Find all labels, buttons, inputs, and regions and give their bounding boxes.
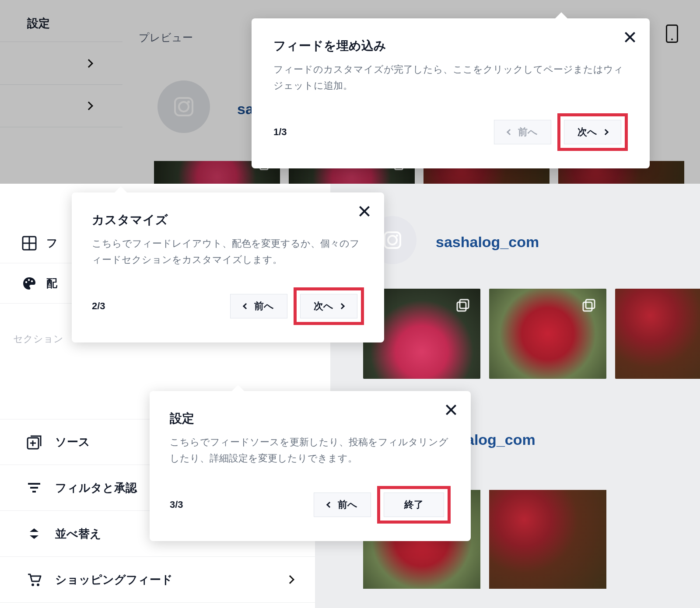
chevron-left-icon [326, 502, 332, 508]
add-source-icon [26, 434, 42, 450]
next-button[interactable]: 次へ [300, 294, 357, 318]
sidebar-item-label: フィルタと承認 [55, 480, 137, 496]
mobile-preview-button[interactable] [666, 24, 678, 43]
onboarding-step-1: 設定 プレビュー sas フィードを埋め込み フィードのカスタマイズが完了したら… [0, 0, 700, 184]
next-label: 次へ [314, 300, 333, 313]
svg-point-20 [32, 584, 34, 586]
onboarding-popover: フィードを埋め込み フィードのカスタマイズが完了したら、ここをクリックしてページ… [252, 18, 650, 168]
svg-point-21 [37, 584, 39, 586]
carousel-icon [456, 298, 471, 313]
instagram-icon [384, 231, 401, 249]
feed-thumbnails [363, 289, 700, 379]
finish-button[interactable]: 終了 [384, 493, 444, 517]
svg-rect-10 [457, 302, 466, 311]
prev-button[interactable]: 前へ [230, 294, 287, 318]
popover-description: こちらでフィードソースを更新したり、投稿をフィルタリングしたり、詳細設定を変更し… [170, 434, 451, 467]
highlight-box: 次へ [294, 287, 364, 325]
onboarding-popover: カスタマイズ こちらでフィードレイアウト、配色を変更するか、個々のフィードセクシ… [72, 192, 384, 342]
onboarding-step-2: フ 配 セクション sashalog_com カスタマイズ こちらでフィードレイ… [0, 184, 700, 394]
popover-description: こちらでフィードレイアウト、配色を変更するか、個々のフィードセクションをカスタマ… [92, 235, 364, 268]
sidebar-item-1[interactable] [0, 42, 122, 84]
account-avatar [158, 80, 210, 133]
svg-rect-12 [583, 302, 592, 311]
close-icon[interactable] [358, 205, 371, 218]
finish-label: 終了 [404, 498, 424, 511]
feed-post[interactable] [615, 289, 700, 379]
svg-point-8 [28, 279, 30, 280]
highlight-box: 次へ [557, 113, 628, 151]
svg-point-7 [25, 281, 27, 283]
prev-label: 前へ [518, 126, 538, 139]
close-icon[interactable] [444, 403, 458, 416]
onboarding-popover: 設定 こちらでフィードソースを更新したり、投稿をフィルタリングしたり、詳細設定を… [150, 391, 471, 541]
highlight-box: 終了 [377, 486, 451, 524]
svg-rect-13 [586, 300, 595, 308]
prev-button[interactable]: 前へ [314, 493, 371, 517]
carousel-icon [582, 298, 597, 313]
chevron-left-icon [507, 129, 513, 135]
next-label: 次へ [578, 126, 597, 139]
chevron-right-icon [84, 101, 93, 110]
settings-sidebar: 設定 [0, 0, 122, 184]
step-indicator: 2/3 [92, 301, 105, 312]
chevron-right-icon [602, 129, 609, 135]
sidebar-item-label: ソース [55, 434, 90, 450]
sidebar-item-label: 配 [46, 276, 57, 290]
chevron-right-icon [286, 575, 294, 584]
prev-button[interactable]: 前へ [494, 120, 551, 144]
feed-post[interactable] [489, 490, 606, 589]
prev-label: 前へ [338, 498, 357, 511]
grid-icon [22, 236, 37, 251]
chevron-right-icon [84, 59, 93, 68]
prev-label: 前へ [254, 300, 274, 313]
sidebar-item-label: ショッピングフィード [55, 572, 173, 587]
sidebar-section-label: セクション [13, 332, 63, 346]
sort-icon [26, 526, 42, 542]
popover-title: カスタマイズ [92, 212, 364, 228]
close-icon[interactable] [623, 31, 637, 44]
chevron-right-icon [339, 303, 345, 309]
account-username[interactable]: alog_com [466, 431, 536, 448]
sidebar-title: 設定 [0, 0, 122, 42]
popover-title: フィードを埋め込み [273, 38, 628, 54]
popover-description: フィードのカスタマイズが完了したら、ここをクリックしてページまたはウィジェットに… [273, 61, 628, 94]
next-button[interactable]: 次へ [564, 120, 621, 144]
chevron-left-icon [243, 303, 249, 309]
step-indicator: 3/3 [170, 499, 183, 510]
sidebar-item-2[interactable] [0, 84, 122, 127]
sidebar-item-label: フ [46, 236, 58, 250]
onboarding-step-3: ソース フィルタと承認 並べ替え [0, 394, 700, 608]
cart-icon [26, 572, 42, 587]
preview-label: プレビュー [139, 31, 193, 45]
step-indicator: 1/3 [273, 126, 287, 138]
sidebar-item-label: 並べ替え [55, 526, 102, 542]
palette-icon [22, 276, 37, 291]
feed-post[interactable] [489, 289, 606, 379]
account-username[interactable]: sashalog_com [436, 234, 539, 251]
filter-icon [26, 480, 42, 496]
sidebar-item-shopping[interactable]: ショッピングフィード [0, 557, 315, 603]
svg-rect-11 [460, 300, 469, 308]
svg-point-9 [31, 280, 33, 282]
popover-title: 設定 [170, 410, 451, 427]
instagram-icon [174, 97, 193, 116]
